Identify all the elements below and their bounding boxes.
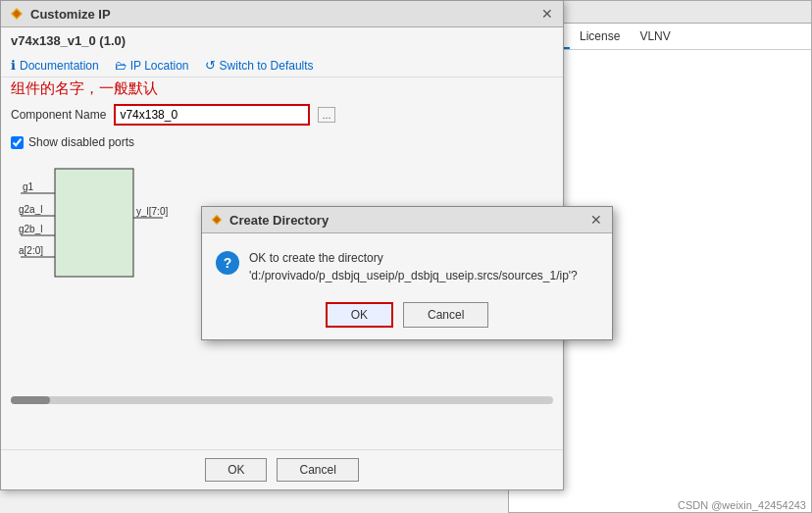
dialog-title: Customize IP — [30, 7, 111, 22]
port-diagram-svg: g1 g2a_l g2b_l a[2:0] y_l[7:0] — [11, 159, 178, 296]
create-dir-titlebar: Create Directory ✕ — [202, 207, 612, 233]
create-dir-title: Create Directory — [229, 213, 329, 228]
close-button[interactable]: ✕ — [539, 6, 555, 22]
create-dir-ok-button[interactable]: OK — [326, 302, 393, 328]
dialog-toolbar: ℹ Documentation 🗁 IP Location ↺ Switch t… — [1, 54, 563, 77]
create-directory-dialog: Create Directory ✕ ? OK to create the di… — [201, 206, 613, 340]
dialog-titlebar: Customize IP ✕ — [1, 1, 563, 27]
refresh-icon: ↺ — [205, 58, 216, 73]
create-dir-close-button[interactable]: ✕ — [588, 212, 604, 228]
folder-icon: 🗁 — [115, 59, 127, 73]
svg-text:y_l[7:0]: y_l[7:0] — [136, 206, 168, 217]
cancel-button[interactable]: Cancel — [277, 458, 358, 482]
left-panel: Show disabled ports g1 g2a_l — [11, 135, 187, 390]
create-dir-message: OK to create the directory 'd:/provivado… — [249, 249, 598, 284]
documentation-link[interactable]: ℹ Documentation — [11, 58, 99, 73]
tab-vlnv[interactable]: VLNV — [630, 26, 680, 49]
component-subtitle: v74x138_v1_0 (1.0) — [1, 27, 563, 54]
scrollbar-thumb[interactable] — [11, 396, 50, 404]
component-name-row: Component Name ... — [1, 100, 563, 129]
input-icon: ... — [318, 107, 334, 123]
create-dir-footer: OK Cancel — [202, 294, 612, 339]
svg-text:g2a_l: g2a_l — [19, 204, 42, 215]
ip-location-link[interactable]: 🗁 IP Location — [115, 59, 189, 73]
component-name-label: Component Name — [11, 108, 106, 122]
titlebar-left: Customize IP — [9, 6, 111, 22]
scrollbar-container — [11, 396, 553, 404]
doc-icon: ℹ — [11, 58, 16, 73]
show-disabled-ports-row: Show disabled ports — [11, 135, 187, 149]
switch-defaults-link[interactable]: ↺ Switch to Defaults — [205, 58, 314, 73]
tab-license[interactable]: License — [570, 26, 630, 49]
svg-rect-2 — [55, 169, 133, 277]
create-dir-vivado-icon — [210, 213, 224, 227]
info-icon-text: ? — [224, 255, 232, 271]
show-disabled-ports-checkbox[interactable] — [11, 136, 24, 149]
create-dir-body: ? OK to create the directory 'd:/proviva… — [202, 233, 612, 294]
scrollbar-track[interactable] — [11, 396, 553, 404]
documentation-label: Documentation — [20, 59, 99, 73]
info-icon: ? — [216, 251, 239, 275]
svg-text:g2b_l: g2b_l — [19, 224, 42, 234]
ip-location-label: IP Location — [130, 59, 189, 73]
component-name-input[interactable] — [114, 104, 310, 126]
show-disabled-ports-label: Show disabled ports — [28, 135, 134, 149]
dialog-footer: OK Cancel — [1, 449, 563, 489]
svg-text:g1: g1 — [23, 181, 34, 192]
vivado-icon — [9, 6, 25, 22]
switch-defaults-label: Switch to Defaults — [220, 59, 314, 73]
ok-button[interactable]: OK — [205, 458, 267, 482]
port-diagram: g1 g2a_l g2b_l a[2:0] y_l[7:0] — [11, 159, 168, 286]
create-dir-cancel-button[interactable]: Cancel — [403, 302, 488, 328]
svg-text:a[2:0]: a[2:0] — [19, 245, 43, 256]
annotation-text: 组件的名字，一般默认 — [1, 77, 563, 100]
watermark: CSDN @weixin_42454243 — [678, 499, 806, 511]
create-dir-title-left: Create Directory — [210, 213, 329, 228]
